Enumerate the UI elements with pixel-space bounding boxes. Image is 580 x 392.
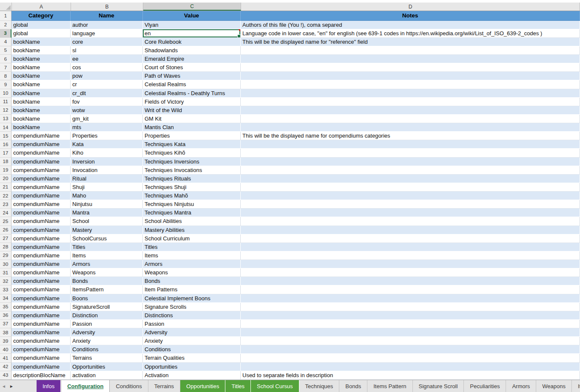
cell-A41[interactable]: compendiumName (11, 354, 71, 362)
cell-B3[interactable]: language (71, 29, 143, 38)
cell-B41[interactable]: Terrains (71, 354, 143, 362)
sheet-tab-opportunities[interactable]: Opportunities (180, 380, 225, 392)
cell-C11[interactable]: Fields of Victory (143, 98, 241, 106)
sheet-tab-titles[interactable]: Titles (225, 380, 251, 392)
cell-A22[interactable]: compendiumName (11, 192, 71, 200)
cell-C17[interactable]: Techniques Kihõ (143, 149, 241, 157)
row-number[interactable]: 32 (0, 277, 11, 285)
cell-D30[interactable] (241, 260, 580, 268)
cell-C30[interactable]: Armors (143, 260, 241, 268)
row-number[interactable]: 17 (0, 149, 11, 157)
cell-B20[interactable]: Ritual (71, 175, 143, 183)
column-header-c[interactable]: C (143, 3, 241, 11)
row-number[interactable]: 9 (0, 80, 11, 89)
cell-B10[interactable]: cr_dlt (71, 89, 143, 98)
cell-B35[interactable]: SignatureScroll (71, 303, 143, 311)
cell-D41[interactable] (241, 354, 580, 362)
row-number[interactable]: 26 (0, 226, 11, 234)
row-number[interactable]: 4 (0, 38, 11, 46)
cell-C2[interactable]: Vlyan (143, 21, 241, 29)
cell-B18[interactable]: Inversion (71, 158, 143, 166)
cell-D42[interactable] (241, 363, 580, 371)
cell-B21[interactable]: Shuji (71, 183, 143, 192)
cell-D43[interactable]: Used to separate fields in description (241, 371, 580, 380)
cell-A16[interactable]: compendiumName (11, 140, 71, 149)
tabs-scroll-left-icon[interactable]: ◄ (0, 380, 8, 392)
cell-C34[interactable]: Celestial Implement Boons (143, 294, 241, 303)
sheet-tab-bonds[interactable]: Bonds (339, 380, 367, 392)
cell-D31[interactable] (241, 268, 580, 277)
cell-A27[interactable]: compendiumName (11, 234, 71, 243)
cell-A23[interactable]: compendiumName (11, 200, 71, 209)
cell-B19[interactable]: Invocation (71, 166, 143, 175)
cell-D32[interactable] (241, 277, 580, 285)
row-number[interactable]: 31 (0, 268, 11, 277)
cell-B14[interactable]: mts (71, 123, 143, 132)
cell-C26[interactable]: Mastery Abilities (143, 226, 241, 234)
row-number[interactable]: 19 (0, 166, 11, 175)
cell-A39[interactable]: compendiumName (11, 337, 71, 345)
cell-C27[interactable]: School Curriculum (143, 234, 241, 243)
row-number[interactable]: 16 (0, 140, 11, 149)
row-number[interactable]: 42 (0, 363, 11, 371)
cell-A29[interactable]: compendiumName (11, 251, 71, 260)
cell-C24[interactable]: Techniques Mantra (143, 209, 241, 217)
row-number[interactable]: 35 (0, 303, 11, 311)
cell-D40[interactable] (241, 345, 580, 354)
cell-A11[interactable]: bookName (11, 98, 71, 106)
sheet-tab-infos[interactable]: Infos (37, 380, 61, 392)
cell-A35[interactable]: compendiumName (11, 303, 71, 311)
cell-A37[interactable]: compendiumName (11, 320, 71, 328)
cell-B40[interactable]: Conditions (71, 345, 143, 354)
cell-A13[interactable]: bookName (11, 115, 71, 123)
cell-B26[interactable]: Mastery (71, 226, 143, 234)
fill-handle[interactable] (237, 34, 240, 37)
sheet-tab-items-pattern[interactable]: Items Pattern (367, 380, 412, 392)
cell-D2[interactable]: Authors of this file (You !), coma separ… (241, 21, 580, 29)
row-number[interactable]: 12 (0, 106, 11, 115)
row-number[interactable]: 25 (0, 217, 11, 226)
cell-D10[interactable] (241, 89, 580, 98)
cell-A19[interactable]: compendiumName (11, 166, 71, 175)
cell-A3[interactable]: global (11, 29, 71, 38)
row-number[interactable]: 24 (0, 209, 11, 217)
cell-A9[interactable]: bookName (11, 80, 71, 89)
cell-C19[interactable]: Techniques Invocations (143, 166, 241, 175)
cell-A10[interactable]: bookName (11, 89, 71, 98)
cell-D9[interactable] (241, 80, 580, 89)
cell-D6[interactable] (241, 55, 580, 63)
cell-B2[interactable]: author (71, 21, 143, 29)
row-number[interactable]: 21 (0, 183, 11, 192)
row-number[interactable]: 5 (0, 46, 11, 55)
tabs-scroll-right-icon[interactable]: ► (8, 380, 15, 392)
row-number[interactable]: 18 (0, 158, 11, 166)
cell-C43[interactable]: Activation (143, 371, 241, 380)
cell-B32[interactable]: Bonds (71, 277, 143, 285)
cell-A17[interactable]: compendiumName (11, 149, 71, 157)
row-number[interactable]: 6 (0, 55, 11, 63)
cell-A28[interactable]: compendiumName (11, 243, 71, 251)
cell-B7[interactable]: cos (71, 63, 143, 72)
cell-B39[interactable]: Anxiety (71, 337, 143, 345)
row-number[interactable]: 23 (0, 200, 11, 209)
cell-A15[interactable]: compendiumName (11, 132, 71, 140)
cell-D16[interactable] (241, 140, 580, 149)
sheet-tab-configuration[interactable]: Configuration (61, 380, 110, 392)
cell-B24[interactable]: Mantra (71, 209, 143, 217)
sheet-tab-terrains[interactable]: Terrains (148, 380, 180, 392)
cell-B13[interactable]: gm_kit (71, 115, 143, 123)
cell-C22[interactable]: Techniques Mahõ (143, 192, 241, 200)
cell-D17[interactable] (241, 149, 580, 157)
select-all-corner[interactable] (0, 3, 12, 11)
row-number[interactable]: 20 (0, 175, 11, 183)
cell-B8[interactable]: pow (71, 72, 143, 80)
cell-C36[interactable]: Distinctions (143, 311, 241, 320)
cell-A5[interactable]: bookName (11, 46, 71, 55)
sheet-tab-school-cursus[interactable]: School Cursus (251, 380, 299, 392)
cell-A21[interactable]: compendiumName (11, 183, 71, 192)
cell-D29[interactable] (241, 251, 580, 260)
cell-C7[interactable]: Court of Stones (143, 63, 241, 72)
cell-C10[interactable]: Celestial Realms - Deathly Turns (143, 89, 241, 98)
cell-D18[interactable] (241, 158, 580, 166)
sheet-tab-conditions[interactable]: Conditions (110, 380, 148, 392)
